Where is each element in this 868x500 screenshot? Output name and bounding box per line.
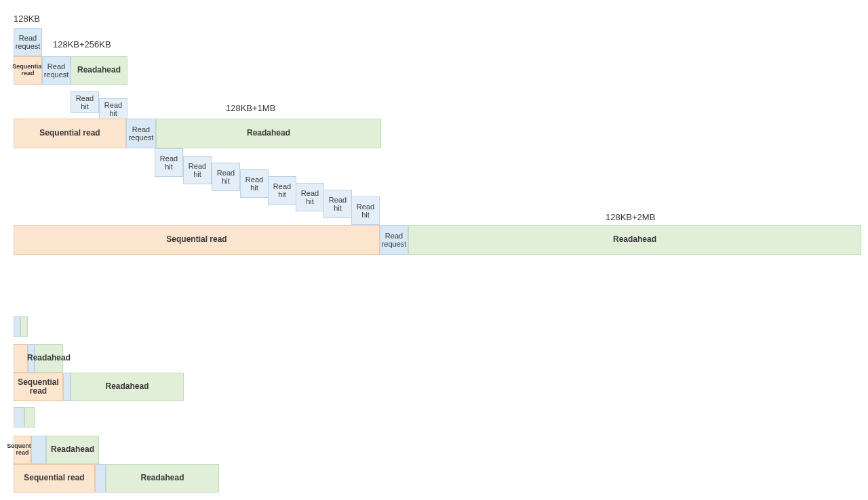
label-128kb: 128KB	[14, 14, 40, 24]
read-request-block	[14, 316, 20, 337]
sequential-read-block: Sequential read	[14, 373, 63, 401]
read-request-block: Read request	[42, 56, 71, 85]
sequential-read-block	[14, 344, 28, 373]
readahead-block: Readahead	[46, 436, 99, 464]
read-request-block	[31, 436, 46, 464]
label-128kb-2mb: 128KB+2MB	[606, 212, 655, 222]
sequential-read-block: Sequential read	[14, 436, 31, 464]
read-hit-block: Read hit	[268, 176, 296, 205]
readahead-block: Readahead	[35, 344, 63, 373]
readahead-block	[20, 316, 28, 337]
label-128kb-256kb: 128KB+256KB	[53, 39, 111, 49]
label-128kb-1mb: 128KB+1MB	[226, 103, 275, 113]
read-hit-block: Read hit	[351, 196, 380, 225]
sequential-read-block: Sequential read	[14, 464, 95, 493]
read-hit-block: Read hit	[183, 156, 212, 184]
read-request-block: Read request	[126, 119, 156, 148]
readahead-block: Readahead	[156, 119, 381, 148]
read-hit-block: Read hit	[212, 163, 240, 191]
readahead-block	[24, 407, 35, 428]
read-hit-block: Read hit	[296, 183, 324, 211]
read-hit-block: Read hit	[99, 98, 127, 120]
read-request-block: Read request	[14, 28, 42, 56]
sequential-read-block: Sequential read	[14, 56, 42, 85]
readahead-block: Readahead	[71, 56, 127, 85]
read-request-block	[95, 464, 106, 493]
readahead-block: Readahead	[408, 225, 861, 255]
read-request-block	[63, 373, 71, 401]
read-hit-block: Read hit	[71, 91, 99, 113]
read-request-block: Read request	[380, 225, 408, 255]
sequential-read-block: Sequential read	[14, 119, 126, 148]
read-hit-block: Read hit	[155, 148, 183, 177]
sequential-read-block: Sequential read	[14, 225, 380, 255]
read-hit-block: Read hit	[323, 190, 352, 218]
read-hit-block: Read hit	[240, 169, 269, 198]
read-request-block	[14, 407, 24, 428]
readahead-block: Readahead	[71, 373, 184, 401]
diagram-canvas: { "labels": { "size128": "128KB", "size1…	[0, 0, 868, 500]
readahead-block: Readahead	[106, 464, 219, 493]
